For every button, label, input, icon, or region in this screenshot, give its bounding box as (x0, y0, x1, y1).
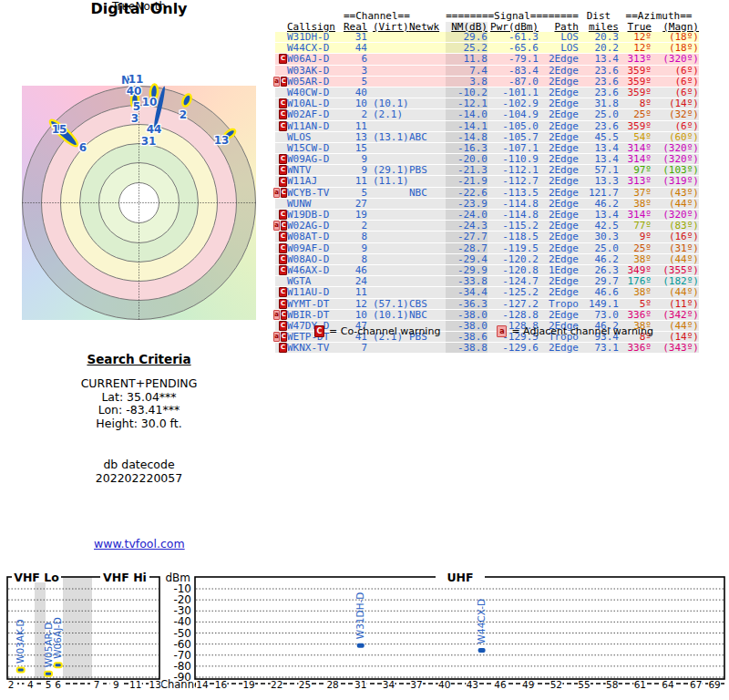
callsign-cell: WUNW (287, 199, 344, 209)
channel-tick-label: 22 (271, 679, 282, 690)
power-cell: -107.1 (488, 143, 539, 153)
search-criteria-heading: Search Criteria (0, 352, 278, 366)
adjacent-channel-warning-icon: a (273, 221, 280, 231)
virtual-channel-cell: (11.1) (367, 176, 409, 186)
path-cell: 2Edge (539, 98, 579, 108)
channel-tick-label: 11 (129, 679, 141, 690)
radar-station-label: 10 (142, 96, 158, 108)
distance-cell: 25.0 (579, 109, 619, 119)
network-cell (409, 199, 446, 209)
power-cell: -61.3 (488, 32, 539, 42)
magnetic-azimuth-cell: (31º) (652, 243, 699, 253)
co-channel-warning-icon: C (279, 121, 287, 131)
channel-tick-label: 67 (690, 679, 702, 690)
callsign-cell: WLOS (287, 132, 344, 142)
co-channel-warning-icon: C (279, 109, 287, 119)
callsign-cell: WBIR-DT (287, 310, 344, 320)
path-cell: 2Edge (539, 176, 579, 186)
co-channel-warning-icon: C (281, 77, 287, 87)
co-channel-warning-icon: C (314, 325, 324, 337)
callsign-cell: W05AR-D (287, 77, 344, 87)
warning-legend: C = Co-channel warning a = Adjacent chan… (314, 325, 653, 337)
warning-markers (275, 32, 287, 42)
virtual-channel-cell: (13.1) (367, 132, 409, 142)
noise-margin-cell: -10.2 (446, 88, 488, 98)
noise-margin-cell: -20.0 (446, 154, 488, 164)
true-azimuth-cell: 313º (619, 54, 652, 64)
true-azimuth-cell: 38º (619, 287, 652, 297)
virtual-channel-cell (367, 221, 409, 231)
path-cell: 2Edge (539, 66, 579, 76)
channel-tick-label: 34 (383, 679, 395, 690)
power-cell: -125.2 (488, 287, 539, 297)
virtual-channel-cell: (10.1) (367, 98, 409, 108)
spectrum-station-marker (357, 643, 364, 648)
distance-cell: 13.4 (579, 54, 619, 64)
magnetic-azimuth-cell: (18º) (652, 43, 699, 53)
true-azimuth-cell: 38º (619, 199, 652, 209)
path-cell: 2Edge (539, 77, 579, 87)
power-cell: -102.9 (488, 98, 539, 108)
noise-margin-cell: -14.8 (446, 132, 488, 142)
warning-markers: C (275, 176, 287, 186)
true-azimuth-cell: 8º (619, 98, 652, 108)
noise-margin-cell: 3.8 (446, 77, 488, 87)
magnetic-azimuth-cell: (355º) (652, 265, 699, 275)
warning-markers (275, 199, 287, 209)
callsign-cell: WGTA (287, 276, 344, 286)
warning-markers: C (275, 165, 287, 175)
distance-cell: 42.5 (579, 221, 619, 231)
magnetic-azimuth-cell: (6º) (652, 121, 699, 131)
co-channel-warning-icon: C (281, 188, 287, 198)
co-channel-warning-icon: C (279, 177, 287, 187)
channel-tick-label: 4 (27, 679, 34, 690)
callsign-cell: W31DH-D (287, 32, 344, 42)
distance-cell: 13.4 (579, 154, 619, 164)
distance-cell: 23.6 (579, 66, 619, 76)
tvfool-link[interactable]: www.tvfool.com (94, 537, 185, 551)
radar-station-label: 31 (141, 135, 157, 148)
noise-margin-cell: -38.8 (446, 343, 488, 353)
magnetic-azimuth-cell: (44º) (652, 321, 699, 331)
noise-margin-cell: -38.0 (446, 310, 488, 320)
legend-adjacent-channel: a = Adjacent channel warning (497, 325, 653, 337)
channel-tick-label: 5 (46, 679, 52, 690)
true-azimuth-cell: 5º (619, 299, 652, 309)
warning-markers: C (275, 54, 287, 64)
callsign-cell: W11AJ (287, 176, 344, 186)
search-criteria: Search Criteria CURRENT+PENDING Lat: 35.… (0, 352, 278, 485)
real-channel-cell: 13 (344, 132, 367, 142)
callsign-cell: WKNX-TV (287, 343, 344, 353)
co-channel-warning-icon: C (279, 210, 287, 220)
magnetic-azimuth-cell: (16º) (652, 232, 699, 242)
network-cell (409, 98, 446, 108)
true-azimuth-cell: 9º (619, 232, 652, 242)
radar-station-label: 40 (127, 85, 142, 98)
co-channel-warning-icon: C (279, 254, 287, 264)
real-channel-cell: 9 (344, 243, 367, 253)
callsign-cell: WCYB-TV (287, 188, 344, 198)
channel-tick-label: 61 (634, 679, 646, 690)
real-channel-cell: 8 (344, 232, 367, 242)
path-cell: 2Edge (539, 221, 579, 231)
channel-tick-label: 69 (708, 679, 720, 690)
network-cell (409, 276, 446, 286)
spectrum-chart: VHF LoVHF HiUHFdBm-10-20-30-40-50-60-70-… (0, 565, 729, 700)
magnetic-azimuth-cell: (320º) (652, 154, 699, 164)
co-channel-warning-icon: C (281, 332, 287, 342)
magnetic-azimuth-cell: (320º) (652, 143, 699, 153)
magnetic-azimuth-cell: (44º) (652, 287, 699, 297)
distance-cell: 149.1 (579, 299, 619, 309)
noise-margin-cell: -23.9 (446, 199, 488, 209)
noise-margin-cell: -12.1 (446, 98, 488, 108)
true-azimuth-cell: 359º (619, 77, 652, 87)
header-group-dist: Dist (579, 11, 619, 22)
path-cell: 2Edge (539, 132, 579, 142)
distance-cell: 46.2 (579, 254, 619, 264)
power-cell: -128.8 (488, 310, 539, 320)
virtual-channel-cell (367, 265, 409, 275)
callsign-cell: W15CW-D (287, 143, 344, 153)
channel-tick-label: 7 (94, 679, 100, 690)
path-cell: 2Edge (539, 165, 579, 175)
path-cell: LOS (539, 32, 579, 42)
